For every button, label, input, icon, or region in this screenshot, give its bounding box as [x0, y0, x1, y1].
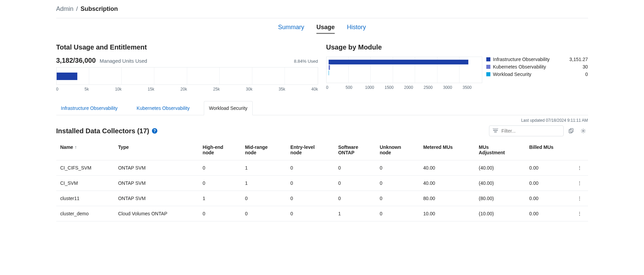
- collectors-table: Name↑ Type High-endnode Mid-rangenode En…: [56, 140, 588, 221]
- filter-icon: [493, 128, 498, 134]
- swatch-icon: [486, 65, 490, 69]
- table-row: cluster11ONTAP SVM1000080.00(80.00)0.00⋮: [56, 191, 588, 206]
- cell-type: ONTAP SVM: [114, 160, 198, 176]
- kebab-icon[interactable]: ⋮: [577, 165, 582, 171]
- cell-billed: 0.00: [525, 191, 573, 206]
- breadcrumb-sep: /: [76, 5, 78, 13]
- tab-summary[interactable]: Summary: [278, 24, 304, 34]
- collectors-header: Installed Data Collectors (17) ?: [56, 125, 588, 136]
- legend-row: Infrastructure Observability 3,151.27: [486, 57, 588, 62]
- module-bar-ws: [329, 71, 329, 75]
- col-entry-level-node[interactable]: Entry-levelnode: [286, 140, 334, 160]
- cell-metered: 10.00: [419, 206, 475, 221]
- cell-name: cluster_demo: [56, 206, 114, 221]
- tab-usage[interactable]: Usage: [316, 24, 335, 34]
- col-metered-mus[interactable]: Metered MUs: [419, 140, 475, 160]
- cell-type: Cloud Volumes ONTAP: [114, 206, 198, 221]
- cell-billed: 0.00: [525, 176, 573, 191]
- cell-mid-range: 1: [241, 176, 286, 191]
- kebab-icon[interactable]: ⋮: [577, 211, 582, 216]
- last-updated: Last updated 07/18/2024 9:11:11 AM: [56, 118, 588, 123]
- cell-entry-level: 0: [286, 176, 334, 191]
- swatch-icon: [486, 72, 490, 76]
- sort-asc-icon: ↑: [75, 144, 77, 150]
- total-usage-value: 3,182/36,000: [56, 57, 96, 64]
- col-type[interactable]: Type: [114, 140, 198, 160]
- breadcrumb-current: Subscription: [81, 5, 118, 13]
- cell-billed: 0.00: [525, 160, 573, 176]
- export-icon[interactable]: [566, 126, 576, 136]
- cell-unknown: 0: [376, 160, 419, 176]
- legend-row: Workload Security 0: [486, 72, 588, 77]
- page-tabs: Summary Usage History: [56, 18, 588, 37]
- total-usage-bar-fill: [57, 73, 78, 80]
- cell-metered: 80.00: [419, 191, 475, 206]
- cell-unknown: 0: [376, 206, 419, 221]
- cell-unknown: 0: [376, 191, 419, 206]
- cell-software-ontap: 0: [334, 160, 376, 176]
- collectors-title: Installed Data Collectors (17): [56, 127, 150, 135]
- col-high-end-node[interactable]: High-endnode: [199, 140, 241, 160]
- kebab-icon[interactable]: ⋮: [577, 180, 582, 186]
- breadcrumb-admin[interactable]: Admin: [56, 5, 74, 13]
- col-unknown-node[interactable]: Unknownnode: [376, 140, 419, 160]
- table-row: CI_CIFS_SVMONTAP SVM0100040.00(40.00)0.0…: [56, 160, 588, 176]
- cell-entry-level: 0: [286, 206, 334, 221]
- cell-metered: 40.00: [419, 176, 475, 191]
- cell-type: ONTAP SVM: [114, 176, 198, 191]
- cell-mid-range: 1: [241, 160, 286, 176]
- swatch-icon: [486, 57, 490, 61]
- cell-adjustment: (40.00): [475, 176, 525, 191]
- legend-row: Kubernetes Observability 30: [486, 64, 588, 70]
- svg-point-2: [582, 130, 584, 132]
- col-software-ontap[interactable]: SoftwareONTAP: [334, 140, 376, 160]
- cell-high-end: 0: [199, 160, 241, 176]
- subtab-infra[interactable]: Infrastructure Observability: [56, 101, 122, 115]
- cell-high-end: 0: [199, 206, 241, 221]
- cell-entry-level: 0: [286, 191, 334, 206]
- usage-by-module-title: Usage by Module: [326, 43, 588, 51]
- cell-mid-range: 0: [241, 206, 286, 221]
- filter-input[interactable]: [501, 128, 560, 134]
- cell-high-end: 0: [199, 176, 241, 191]
- kebab-icon[interactable]: ⋮: [577, 196, 582, 201]
- module-bar-infra: [329, 60, 468, 64]
- module-bar-k8s: [329, 65, 330, 70]
- table-row: cluster_demoCloud Volumes ONTAP0001010.0…: [56, 206, 588, 221]
- cell-name: CI_SVM: [56, 176, 114, 191]
- usage-by-module-section: Usage by Module 0 500 1000 1500 2000: [326, 42, 588, 92]
- svg-rect-0: [569, 130, 572, 133]
- cell-type: ONTAP SVM: [114, 191, 198, 206]
- module-legend: Infrastructure Observability 3,151.27 Ku…: [486, 57, 588, 79]
- total-usage-section: Total Usage and Entitlement 3,182/36,000…: [56, 42, 318, 92]
- cell-name: cluster11: [56, 191, 114, 206]
- cell-adjustment: (10.00): [475, 206, 525, 221]
- col-actions: [573, 140, 588, 160]
- col-billed-mus[interactable]: Billed MUs: [525, 140, 573, 160]
- cell-mid-range: 0: [241, 191, 286, 206]
- filter-field[interactable]: [489, 125, 564, 136]
- col-name[interactable]: Name↑: [56, 140, 114, 160]
- cell-software-ontap: 0: [334, 176, 376, 191]
- col-mus-adjustment[interactable]: MUsAdjustment: [475, 140, 525, 160]
- col-mid-range-node[interactable]: Mid-rangenode: [241, 140, 286, 160]
- total-usage-bar: [56, 67, 318, 85]
- subtab-k8s[interactable]: Kubernetes Observability: [132, 101, 194, 115]
- cell-billed: 0.00: [525, 206, 573, 221]
- cell-name: CI_CIFS_SVM: [56, 160, 114, 176]
- cell-metered: 40.00: [419, 160, 475, 176]
- module-ticks: 0 500 1000 1500 2000 2500 3000 3500: [326, 85, 482, 90]
- cell-high-end: 1: [199, 191, 241, 206]
- table-row: CI_SVMONTAP SVM0100040.00(40.00)0.00⋮: [56, 176, 588, 191]
- total-usage-subtitle: Managed Units Used: [100, 58, 147, 64]
- subtab-workload-security[interactable]: Workload Security: [204, 101, 252, 115]
- tab-history[interactable]: History: [347, 24, 366, 34]
- module-chart: [326, 57, 482, 83]
- gear-icon[interactable]: [579, 126, 588, 136]
- total-usage-title: Total Usage and Entitlement: [56, 43, 318, 51]
- cell-adjustment: (80.00): [475, 191, 525, 206]
- cell-entry-level: 0: [286, 160, 334, 176]
- help-icon[interactable]: ?: [152, 128, 157, 134]
- breadcrumb: Admin / Subscription: [56, 0, 588, 18]
- table-header-row: Name↑ Type High-endnode Mid-rangenode En…: [56, 140, 588, 160]
